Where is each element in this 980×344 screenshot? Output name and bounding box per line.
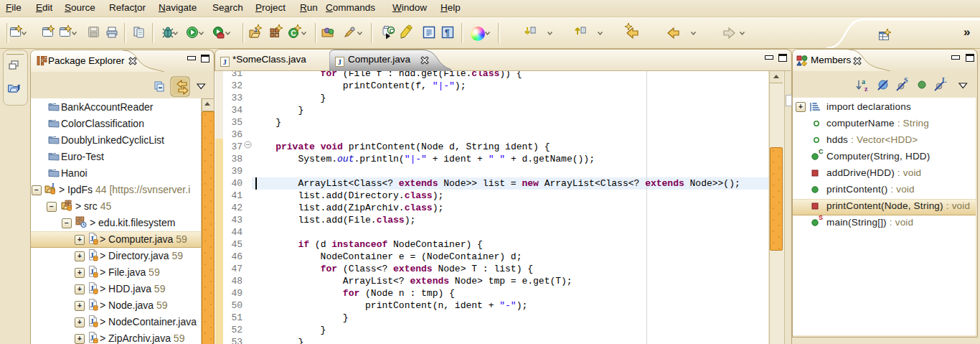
svg-text:S: S [819,214,823,221]
svg-text:J: J [223,57,227,66]
svg-text:»: » [963,25,970,39]
svg-text:C: C [291,29,296,37]
svg-text:z: z [864,85,868,93]
svg-text:J: J [51,182,55,189]
svg-text:C: C [390,27,395,34]
svg-text:J: J [16,82,21,93]
svg-text:J: J [338,57,342,66]
svg-text:¶: ¶ [445,28,450,38]
svg-text:C: C [819,148,824,155]
